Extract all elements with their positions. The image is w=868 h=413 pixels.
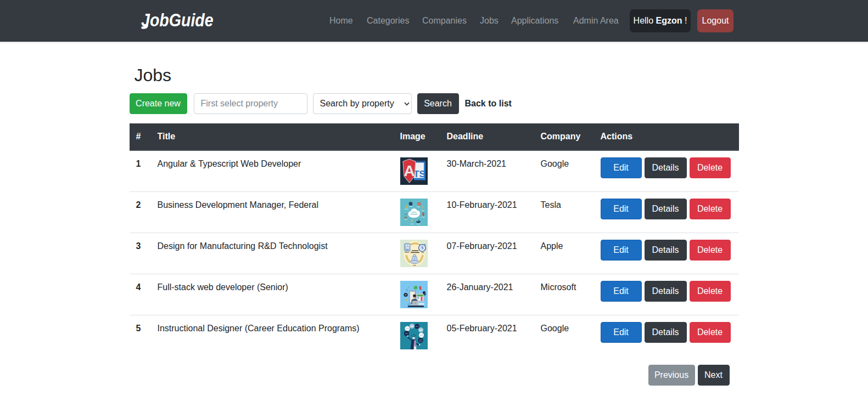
svg-text:TS: TS: [413, 169, 425, 179]
svg-text:A: A: [404, 162, 415, 179]
